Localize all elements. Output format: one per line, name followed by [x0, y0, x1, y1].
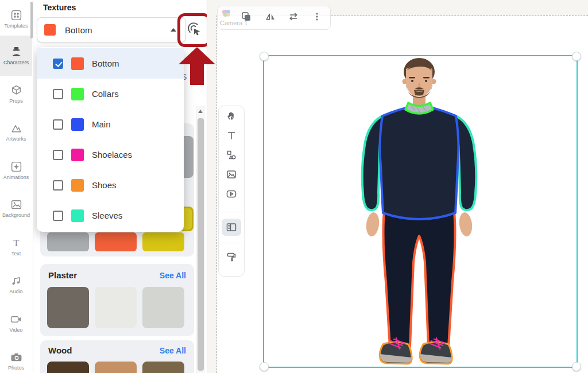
option-color-swatch: [71, 57, 84, 70]
board-tool-button[interactable]: [226, 222, 237, 232]
selection-handle-bottom-right[interactable]: [572, 362, 581, 371]
wood-swatch[interactable]: [142, 362, 184, 373]
option-label: Bottom: [92, 59, 119, 68]
sidebar-item-label: Props: [9, 98, 23, 104]
swap-button[interactable]: [288, 11, 299, 22]
sidebar-scrollbar-thumb[interactable]: [30, 2, 33, 38]
checkbox[interactable]: [53, 180, 63, 191]
sidebar-item-animations[interactable]: Animations: [0, 161, 32, 192]
panel-scrollbar[interactable]: [196, 106, 205, 373]
image-tool-button[interactable]: [226, 169, 237, 180]
duplicate-button[interactable]: [241, 11, 252, 22]
characters-icon: [10, 46, 22, 58]
paint-roller-button[interactable]: [226, 252, 237, 262]
video-play-icon: [226, 189, 237, 199]
pick-on-model-button[interactable]: [183, 17, 206, 40]
photos-icon: [10, 351, 22, 363]
sidebar-item-label: Video: [10, 327, 23, 333]
sidebar-item-label: Background: [2, 212, 30, 218]
pan-tool-button[interactable]: [226, 111, 237, 121]
see-all-link[interactable]: See All: [160, 271, 186, 280]
avatar-eye: [411, 80, 413, 82]
panel-title: Textures: [43, 3, 76, 12]
menu-option-shoelaces[interactable]: Shoelaces: [37, 139, 184, 170]
sidebar-item-label: Characters: [3, 60, 29, 65]
dropdown-value: Bottom: [65, 25, 171, 35]
texture-group-dropdown[interactable]: Bottom: [37, 17, 186, 42]
option-color-swatch: [71, 118, 84, 131]
sidebar-item-label: Artworks: [6, 136, 26, 142]
menu-option-sleeves[interactable]: Sleeves: [37, 200, 184, 231]
checkbox-checked[interactable]: [53, 59, 63, 69]
avatar-pants: [384, 211, 455, 347]
sidebar-item-label: Text: [11, 251, 21, 257]
selection-handle-top-left[interactable]: [260, 52, 269, 61]
option-color-swatch: [71, 149, 84, 161]
sidebar-item-video[interactable]: Video: [0, 313, 32, 344]
checkbox[interactable]: [53, 119, 63, 130]
color-swatch[interactable]: [142, 232, 184, 251]
props-icon: [10, 84, 22, 96]
sidebar-item-artworks[interactable]: Artworks: [0, 122, 32, 153]
animations-icon: [10, 161, 22, 173]
flip-button[interactable]: [265, 11, 276, 22]
app-sidebar: Templates Characters Props Artworks Anim…: [0, 0, 33, 373]
wood-swatch[interactable]: [47, 362, 89, 373]
menu-option-bottom[interactable]: Bottom: [37, 48, 184, 79]
sidebar-item-label: Audio: [9, 289, 22, 294]
menu-option-main[interactable]: Main: [37, 109, 184, 139]
selection-handle-bottom-left[interactable]: [260, 362, 269, 371]
scrollbar-thumb[interactable]: [198, 118, 204, 371]
sidebar-item-characters[interactable]: Characters: [0, 46, 32, 77]
artworks-icon: [10, 122, 22, 134]
scroll-up-arrow[interactable]: [198, 110, 203, 113]
paint-roller-icon: [226, 252, 237, 262]
see-all-link[interactable]: See All: [160, 346, 186, 355]
checkbox[interactable]: [53, 89, 63, 99]
plaster-swatch[interactable]: [142, 287, 184, 328]
color-swatch[interactable]: [95, 232, 137, 251]
toolbar-divider: [219, 212, 244, 212]
video-tool-button[interactable]: [226, 189, 237, 199]
option-color-swatch: [71, 209, 84, 222]
selected-color-swatch: [44, 24, 56, 36]
sidebar-item-text[interactable]: T Text: [0, 237, 32, 268]
checkbox[interactable]: [53, 150, 63, 160]
plaster-swatch[interactable]: [47, 287, 89, 328]
shapes-tool-button[interactable]: [226, 150, 237, 160]
sidebar-item-label: Photos: [8, 365, 24, 371]
plaster-swatch[interactable]: [95, 287, 137, 328]
textures-panel: Textures S Bottom Bottom: [33, 0, 207, 373]
sidebar-item-props[interactable]: Props: [0, 84, 32, 115]
swap-arrows-icon: [288, 11, 299, 22]
menu-option-shoes[interactable]: Shoes: [37, 170, 184, 200]
toolbar-divider: [219, 243, 244, 243]
wood-swatch[interactable]: [95, 362, 137, 373]
sidebar-item-audio[interactable]: Audio: [0, 275, 32, 306]
canvas-top-toolbar: Camera 1: [217, 6, 331, 30]
sidebar-item-background[interactable]: Background: [0, 199, 32, 230]
text-tool-button[interactable]: [226, 130, 237, 141]
section-title: Wood: [48, 345, 72, 355]
sidebar-item-templates[interactable]: Templates: [0, 9, 32, 40]
camera-color-icon: [221, 9, 231, 18]
more-options-button[interactable]: [312, 11, 322, 22]
menu-option-collars[interactable]: Collars: [37, 79, 184, 109]
flip-icon: [265, 11, 276, 22]
avatar-left-hand: [365, 212, 381, 237]
checkbox[interactable]: [53, 211, 63, 221]
sidebar-item-photos[interactable]: Photos: [0, 351, 32, 373]
avatar-right-hand: [458, 212, 474, 237]
color-swatch[interactable]: [47, 232, 89, 251]
option-color-swatch: [71, 88, 84, 100]
wood-section: Wood See All: [40, 340, 194, 373]
option-label: Collars: [92, 89, 119, 99]
stage-canvas[interactable]: Camera 1: [207, 0, 588, 373]
sidebar-item-label: Templates: [4, 23, 28, 29]
text-tool-icon: [226, 130, 237, 141]
option-color-swatch: [71, 179, 84, 192]
avatar-brow: [423, 77, 430, 79]
audio-icon: [10, 275, 22, 287]
character-avatar[interactable]: [324, 55, 514, 370]
selection-handle-top-right[interactable]: [572, 52, 581, 61]
